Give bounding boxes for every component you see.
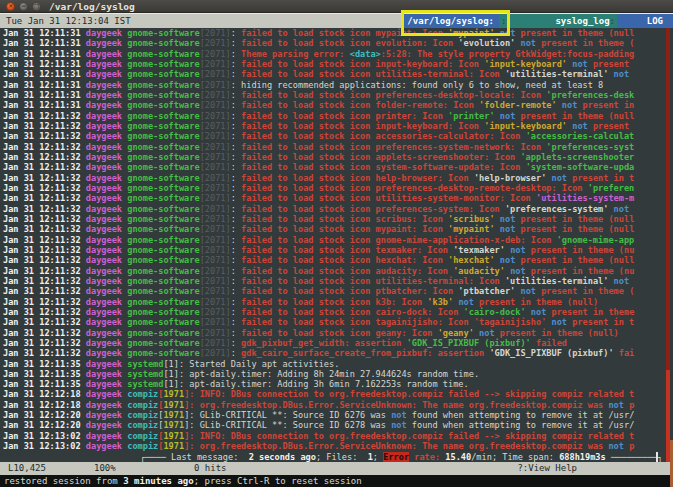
log-line[interactable]: Jan 31 12:11:32 daygeek gnome-software[2… — [3, 152, 673, 162]
log-line[interactable]: Jan 31 12:11:31 daygeek gnome-software[2… — [3, 69, 673, 79]
log-line[interactable]: Jan 31 12:11:31 daygeek gnome-software[2… — [3, 28, 673, 38]
log-format-segment[interactable]: : syslog_log : — [499, 14, 617, 28]
log-segment: 'geany' — [438, 328, 474, 338]
help-hint[interactable]: ?:View Help — [517, 462, 577, 475]
log-segment: [2071] — [200, 276, 231, 286]
log-segment: failed to load stock icon help-browser: … — [241, 173, 474, 183]
log-line[interactable]: Jan 31 12:11:32 daygeek gnome-software[2… — [3, 131, 673, 141]
log-segment: present — [588, 59, 629, 69]
log-line[interactable]: Jan 31 12:11:31 daygeek gnome-software[2… — [3, 59, 673, 69]
scrollbar-error-indicator[interactable] — [666, 28, 670, 462]
log-segment: gnome-software — [127, 348, 199, 358]
log-segment: gnome-software — [127, 307, 199, 317]
log-line[interactable]: Jan 31 12:11:32 daygeek gnome-software[2… — [3, 266, 673, 276]
current-file-segment[interactable]: /var/log/syslog: — [402, 14, 499, 28]
log-segment: 'preferences-system' — [505, 204, 608, 214]
log-segment: daygeek — [86, 204, 127, 214]
log-line[interactable]: Jan 31 12:11:32 daygeek gnome-software[2… — [3, 193, 673, 203]
log-segment: not — [520, 286, 536, 296]
log-segment: Jan 31 12:11:35 — [3, 359, 86, 369]
log-line[interactable]: Jan 31 12:11:32 daygeek gnome-software[2… — [3, 245, 673, 255]
log-line[interactable]: Jan 31 12:11:31 daygeek gnome-software[2… — [3, 49, 673, 59]
log-segment: : — [231, 49, 241, 59]
log-segment: Jan 31 12:11:32 — [3, 121, 86, 131]
log-line[interactable]: Jan 31 12:11:32 daygeek gnome-software[2… — [3, 328, 673, 338]
log-line[interactable]: Jan 31 12:11:32 daygeek gnome-software[2… — [3, 214, 673, 224]
log-line[interactable]: Jan 31 12:11:32 daygeek gnome-software[2… — [3, 235, 673, 245]
log-line[interactable]: Jan 31 12:11:32 daygeek gnome-software[2… — [3, 286, 673, 296]
log-line[interactable]: Jan 31 12:11:32 daygeek gnome-software[2… — [3, 276, 673, 286]
log-segment: Jan 31 12:11:31 — [3, 69, 86, 79]
log-line[interactable]: Jan 31 12:13:02 daygeek compiz[1971]: IN… — [3, 431, 673, 441]
log-segment: [2071] — [200, 49, 231, 59]
log-segment: Jan 31 12:11:32 — [3, 131, 86, 141]
log-line[interactable]: Jan 31 12:12:18 daygeek compiz[1971]: or… — [3, 400, 673, 410]
log-segment: Jan 31 12:11:32 — [3, 204, 86, 214]
log-line[interactable]: Jan 31 12:11:32 daygeek gnome-software[2… — [3, 307, 673, 317]
log-segment: not — [479, 328, 495, 338]
log-segment: : — [231, 317, 241, 327]
log-line[interactable]: Jan 31 12:11:32 daygeek gnome-software[2… — [3, 111, 673, 121]
log-segment: daygeek — [86, 193, 127, 203]
log-line[interactable]: Jan 31 12:12:18 daygeek compiz[1971]: IN… — [3, 389, 673, 399]
log-line[interactable]: Jan 31 12:13:02 daygeek compiz[1971]: or… — [3, 441, 673, 451]
log-segment: hiding recommended applications: found o… — [241, 80, 603, 90]
log-segment: failed to load stock icon preferences-sy… — [241, 204, 505, 214]
log-segment: 1971 — [163, 400, 184, 410]
log-line[interactable]: Jan 31 12:11:35 daygeek systemd[1]: Star… — [3, 359, 673, 369]
log-line[interactable]: Jan 31 12:11:32 daygeek gnome-software[2… — [3, 162, 673, 172]
log-line[interactable]: Jan 31 12:11:31 daygeek gnome-software[2… — [3, 90, 673, 100]
log-segment: Jan 31 12:11:31 — [3, 28, 86, 38]
log-line[interactable]: Jan 31 12:11:31 daygeek gnome-software[2… — [3, 100, 673, 110]
log-segment: daygeek — [86, 28, 127, 38]
log-line[interactable]: Jan 31 12:11:31 daygeek gnome-software[2… — [3, 80, 673, 90]
text-segment: ┌──── Last message: — [140, 452, 249, 462]
log-line[interactable]: Jan 31 12:12:20 daygeek compiz[1971]: GL… — [3, 410, 673, 420]
log-line[interactable]: Jan 31 12:11:32 daygeek gnome-software[2… — [3, 224, 673, 234]
log-segment: not — [572, 121, 588, 131]
log-view[interactable]: Jan 31 12:11:31 daygeek gnome-software[2… — [0, 28, 673, 452]
log-segment: gnome-software — [127, 28, 199, 38]
log-line[interactable]: Jan 31 12:11:32 daygeek gnome-software[2… — [3, 183, 673, 193]
log-segment: [2071] — [200, 214, 231, 224]
log-segment: daygeek — [86, 266, 127, 276]
log-line[interactable]: Jan 31 12:11:32 daygeek gnome-software[2… — [3, 317, 673, 327]
log-segment: present in theme (nu — [526, 245, 635, 255]
log-line[interactable]: Jan 31 12:11:32 daygeek gnome-software[2… — [3, 297, 673, 307]
log-line[interactable]: Jan 31 12:12:20 daygeek compiz[1971]: GL… — [3, 420, 673, 430]
log-segment: 'applets-screenshooter — [520, 152, 634, 162]
log-segment: gnome-software — [127, 214, 199, 224]
maximize-button[interactable]: □ — [32, 2, 41, 11]
log-line[interactable]: Jan 31 12:11:32 daygeek gnome-software[2… — [3, 204, 673, 214]
log-segment: Jan 31 12:11:32 — [3, 142, 86, 152]
search-hits: 0 hits — [194, 462, 227, 475]
log-segment: daygeek — [86, 369, 127, 379]
log-segment: daygeek — [86, 338, 127, 348]
log-segment: [2071] — [200, 348, 231, 358]
log-level-segment[interactable]: LOG — [617, 14, 673, 28]
log-segment: 'tagainijisho' — [474, 317, 546, 327]
log-line[interactable]: Jan 31 12:11:32 daygeek gnome-software[2… — [3, 338, 673, 348]
log-segment: gnome-software — [127, 224, 199, 234]
log-segment: 1971 — [163, 441, 184, 451]
log-line[interactable]: Jan 31 12:11:31 daygeek gnome-software[2… — [3, 38, 673, 48]
log-segment: failed to load stock icon utilities-syst… — [241, 193, 536, 203]
log-line[interactable]: Jan 31 12:11:32 daygeek gnome-software[2… — [3, 255, 673, 265]
log-segment: 'mypaint' — [448, 28, 495, 38]
minimize-button[interactable]: – — [19, 2, 28, 11]
close-button[interactable]: ✕ — [6, 2, 15, 11]
window-titlebar[interactable]: ✕ – □ /var/log/syslog — [0, 0, 673, 13]
log-segment: [2071] — [200, 152, 231, 162]
log-line[interactable]: Jan 31 12:11:35 daygeek systemd[1]: apt-… — [3, 369, 673, 379]
log-segment: : — [231, 307, 241, 317]
log-segment: [2071] — [200, 297, 231, 307]
text-segment: Error — [383, 452, 409, 462]
log-line[interactable]: Jan 31 12:11:32 daygeek gnome-software[2… — [3, 142, 673, 152]
log-segment: failed — [531, 338, 567, 348]
log-line[interactable]: Jan 31 12:11:32 daygeek gnome-software[2… — [3, 348, 673, 358]
log-line[interactable]: Jan 31 12:11:32 daygeek gnome-software[2… — [3, 121, 673, 131]
log-line[interactable]: Jan 31 12:11:32 daygeek gnome-software[2… — [3, 173, 673, 183]
log-segment: 'preferen — [588, 183, 635, 193]
log-segment: 'system-software-upda — [526, 162, 635, 172]
log-line[interactable]: Jan 31 12:11:35 daygeek systemd[1]: apt-… — [3, 379, 673, 389]
